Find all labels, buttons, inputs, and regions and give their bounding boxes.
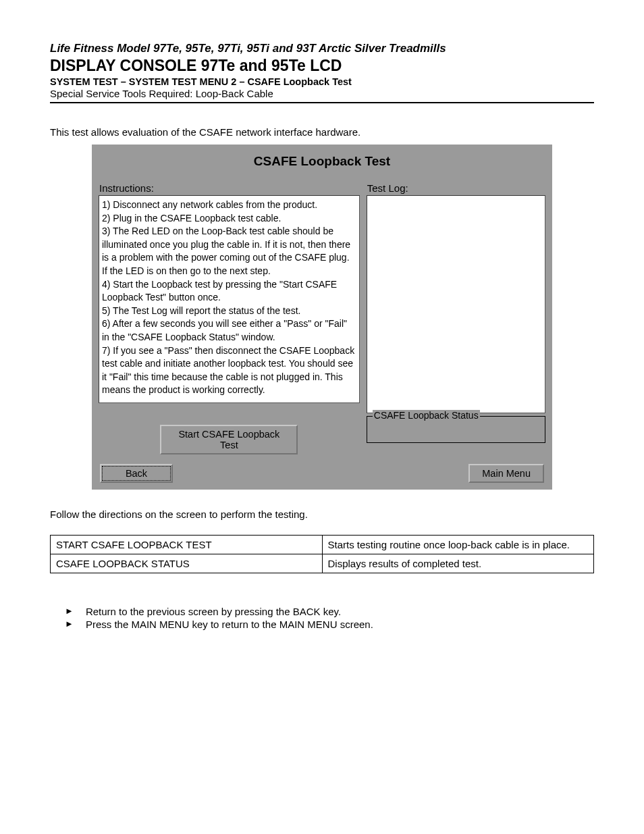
arrow-icon: ► — [50, 619, 74, 630]
table-cell-desc: Starts testing routine once loop-back ca… — [322, 536, 594, 554]
table-row: START CSAFE LOOPBACK TEST Starts testing… — [51, 536, 594, 554]
back-button[interactable]: Back — [100, 464, 173, 483]
doc-subtitle: Life Fitness Model 97Te, 95Te, 97Ti, 95T… — [50, 42, 594, 55]
testlog-box — [367, 195, 545, 413]
table-cell-label: START CSAFE LOOPBACK TEST — [51, 536, 323, 554]
section-path: SYSTEM TEST – SYSTEM TEST MENU 2 – CSAFE… — [50, 76, 594, 87]
description-table: START CSAFE LOOPBACK TEST Starts testing… — [50, 535, 594, 573]
intro-text: This test allows evaluation of the CSAFE… — [50, 126, 594, 138]
table-cell-label: CSAFE LOOPBACK STATUS — [51, 554, 323, 573]
instruction-line: 6) After a few seconds you will see eith… — [102, 317, 356, 344]
arrow-icon: ► — [50, 606, 74, 617]
testlog-label: Test Log: — [367, 182, 545, 194]
instruction-line: 5) The Test Log will report the status o… — [102, 305, 356, 318]
instructions-label: Instructions: — [99, 182, 360, 194]
header-rule — [50, 102, 594, 103]
lcd-screenshot: CSAFE Loopback Test Instructions: 1) Dis… — [92, 145, 552, 490]
instructions-box: 1) Disconnect any network cables from th… — [99, 195, 360, 403]
instruction-line: 4) Start the Loopback test by pressing t… — [102, 278, 356, 305]
start-loopback-button[interactable]: Start CSAFE Loopback Test — [160, 425, 298, 454]
follow-text: Follow the directions on the screen to p… — [50, 509, 594, 520]
notes-list: ► Return to the previous screen by press… — [50, 606, 594, 630]
tools-required: Special Service Tools Required: Loop-Bac… — [50, 88, 594, 99]
table-row: CSAFE LOOPBACK STATUS Displays results o… — [51, 554, 594, 573]
doc-title: DISPLAY CONSOLE 97Te and 95Te LCD — [50, 57, 594, 75]
main-menu-button[interactable]: Main Menu — [468, 464, 544, 483]
note-text: Return to the previous screen by pressin… — [86, 606, 341, 617]
note-text: Press the MAIN MENU key to return to the… — [86, 619, 373, 630]
screen-title: CSAFE Loopback Test — [99, 154, 545, 169]
status-legend: CSAFE Loopback Status — [373, 410, 480, 421]
status-fieldset: CSAFE Loopback Status — [367, 416, 545, 443]
instruction-line: 7) If you see a "Pass" then disconnect t… — [102, 344, 356, 397]
instruction-line: 1) Disconnect any network cables from th… — [102, 199, 356, 212]
instruction-line: 2) Plug in the CSAFE Loopback test cable… — [102, 212, 356, 226]
table-cell-desc: Displays results of completed test. — [322, 554, 594, 573]
instruction-line: 3) The Red LED on the Loop-Back test cab… — [102, 225, 356, 278]
